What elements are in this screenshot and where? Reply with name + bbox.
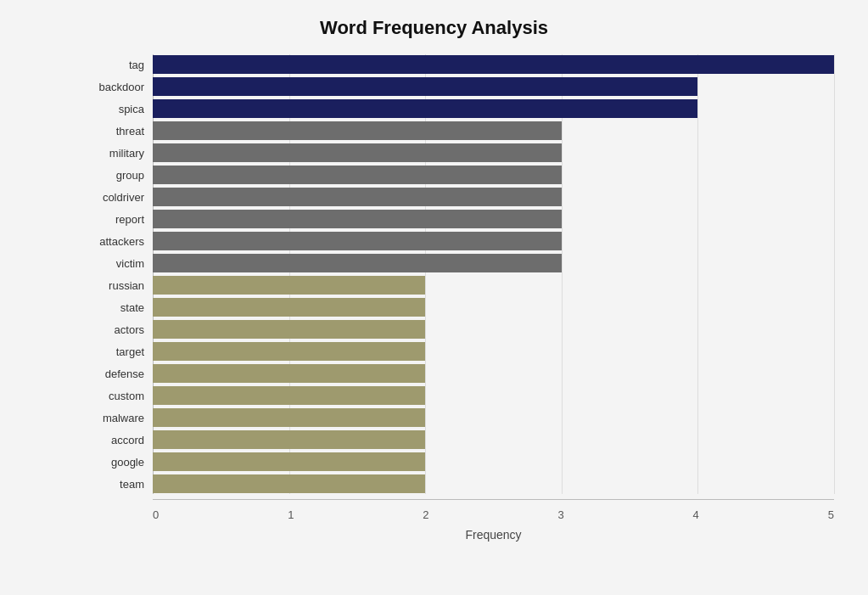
- bar-row: custom: [85, 385, 834, 406]
- bar-row: russian: [85, 275, 834, 295]
- bar-label: actors: [85, 323, 153, 336]
- bar-track: [153, 188, 834, 206]
- bar-label: report: [85, 213, 153, 226]
- bar-track: [153, 474, 834, 493]
- bar-fill: [153, 430, 425, 449]
- bar-label: russian: [85, 279, 153, 292]
- bar-label: custom: [85, 390, 153, 402]
- bar-row: military: [85, 143, 834, 163]
- bar-fill: [153, 320, 425, 339]
- x-tick: 5: [828, 508, 834, 521]
- bar-row: attackers: [85, 231, 834, 251]
- bar-label: state: [85, 301, 153, 314]
- chart-container: Word Frequency Analysis tagbackdoorspica…: [0, 0, 868, 595]
- bar-track: [153, 121, 834, 140]
- x-tick: 1: [288, 508, 294, 521]
- bar-track: [153, 166, 834, 184]
- bar-label: target: [85, 345, 153, 358]
- x-tick: 2: [423, 508, 428, 521]
- bar-row: defense: [85, 363, 834, 384]
- bar-row: tag: [85, 54, 834, 75]
- bar-label: accord: [85, 434, 153, 446]
- bar-row: malware: [85, 407, 834, 428]
- bar-row: target: [85, 341, 834, 362]
- bar-row: actors: [85, 319, 834, 340]
- x-tick: 4: [693, 508, 699, 521]
- bar-row: spica: [85, 98, 834, 119]
- bar-fill: [153, 276, 425, 295]
- bar-track: [153, 210, 834, 228]
- bar-track: [153, 364, 834, 383]
- x-tick: 0: [153, 508, 159, 521]
- bar-track: [153, 386, 834, 405]
- chart-area: tagbackdoorspicathreatmilitarygroupcoldr…: [85, 54, 834, 494]
- bar-label: victim: [85, 257, 153, 270]
- bar-fill: [153, 364, 425, 383]
- bar-fill: [153, 386, 425, 405]
- bar-label: google: [85, 456, 153, 469]
- bar-fill: [153, 408, 425, 427]
- bar-label: attackers: [85, 235, 153, 248]
- bar-fill: [153, 474, 425, 493]
- bar-track: [153, 276, 834, 295]
- bar-label: defense: [85, 368, 153, 380]
- bar-fill: [153, 99, 697, 118]
- bar-row: victim: [85, 253, 834, 273]
- x-tick: 3: [557, 508, 563, 521]
- bar-track: [153, 342, 834, 361]
- bar-fill: [153, 55, 834, 74]
- bar-row: team: [85, 474, 834, 494]
- bar-track: [153, 99, 834, 118]
- bar-label: group: [85, 169, 153, 182]
- chart-title: Word Frequency Analysis: [34, 17, 834, 39]
- bar-row: accord: [85, 429, 834, 450]
- x-axis-ticks: 012345: [153, 503, 834, 521]
- bar-fill: [153, 342, 425, 361]
- bar-label: malware: [85, 412, 153, 424]
- bar-track: [153, 232, 834, 250]
- bar-track: [153, 430, 834, 449]
- bar-row: coldriver: [85, 187, 834, 207]
- bar-label: team: [85, 478, 153, 491]
- bar-track: [153, 55, 834, 74]
- bar-label: threat: [85, 125, 153, 138]
- bar-fill: [153, 143, 562, 162]
- bar-label: military: [85, 147, 153, 160]
- bar-fill: [153, 77, 697, 96]
- bar-row: backdoor: [85, 76, 834, 97]
- bar-row: state: [85, 297, 834, 317]
- bar-label: tag: [85, 59, 153, 71]
- bar-track: [153, 298, 834, 317]
- bar-fill: [153, 121, 562, 140]
- bar-row: threat: [85, 121, 834, 141]
- bar-label: coldriver: [85, 191, 153, 204]
- bar-fill: [153, 232, 562, 250]
- bar-track: [153, 320, 834, 339]
- bar-fill: [153, 298, 425, 317]
- bar-label: backdoor: [85, 81, 153, 93]
- bar-fill: [153, 210, 562, 228]
- bar-row: report: [85, 209, 834, 229]
- bar-track: [153, 143, 834, 162]
- bar-track: [153, 452, 834, 471]
- bar-label: spica: [85, 103, 153, 115]
- bar-row: google: [85, 452, 834, 472]
- bar-row: group: [85, 165, 834, 185]
- bar-fill: [153, 452, 425, 471]
- bar-fill: [153, 254, 562, 272]
- bar-fill: [153, 188, 562, 206]
- bar-fill: [153, 166, 562, 184]
- x-axis-label: Frequency: [153, 528, 834, 542]
- bar-track: [153, 254, 834, 272]
- bar-track: [153, 408, 834, 427]
- bar-track: [153, 77, 834, 96]
